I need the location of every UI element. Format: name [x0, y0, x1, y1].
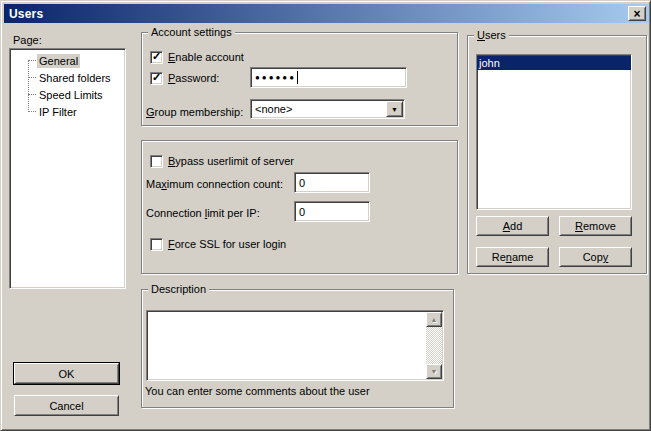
text-caret — [297, 71, 298, 84]
force-ssl-label: Force SSL for user login — [168, 238, 286, 250]
max-connection-count-label: Maximum connection count: — [146, 178, 283, 190]
add-button[interactable]: Add — [476, 216, 549, 236]
users-listbox[interactable]: john — [476, 54, 632, 210]
bypass-userlimit-label: Bypass userlimit of server — [168, 155, 294, 167]
tree-item-label: General — [37, 54, 80, 68]
users-group-title: Users — [474, 29, 509, 42]
dropdown-button[interactable]: ▼ — [386, 101, 403, 117]
users-group: Users john Add Remove Rename Copy — [467, 35, 647, 274]
password-input[interactable]: ●●●●●● — [250, 67, 407, 88]
cancel-button-label: Cancel — [49, 400, 83, 412]
group-membership-label: Group membership: — [146, 106, 243, 118]
enable-account-checkbox[interactable] — [150, 51, 163, 64]
tree-item-shared-folders[interactable]: Shared folders — [10, 69, 125, 86]
force-ssl-checkbox-row[interactable]: Force SSL for user login — [150, 237, 286, 251]
tree-item-speed-limits[interactable]: Speed Limits — [10, 86, 125, 103]
remove-button[interactable]: Remove — [559, 216, 632, 236]
scroll-down-button[interactable]: ▼ — [426, 364, 442, 379]
close-icon: × — [633, 9, 640, 19]
scroll-up-button[interactable]: ▲ — [426, 312, 442, 327]
enable-account-checkbox-row[interactable]: Enable account — [150, 50, 244, 64]
tree-item-label: Shared folders — [37, 71, 113, 85]
description-group-title: Description — [148, 283, 209, 296]
cancel-button[interactable]: Cancel — [14, 395, 119, 416]
account-settings-group-title: Account settings — [148, 26, 235, 39]
description-group: Description ▲ ▼ You can enter some comme… — [141, 289, 454, 408]
ok-button[interactable]: OK — [14, 363, 119, 384]
description-hint: You can enter some comments about the us… — [145, 385, 370, 397]
copy-button[interactable]: Copy — [559, 247, 632, 267]
description-textarea[interactable]: ▲ ▼ — [146, 310, 444, 381]
tree-item-label: IP Filter — [37, 105, 79, 119]
scroll-down-icon: ▼ — [431, 368, 438, 375]
password-checkbox[interactable] — [150, 72, 163, 85]
connection-limit-per-ip-label: Connection limit per IP: — [146, 207, 260, 219]
max-connection-count-input[interactable]: 0 — [294, 172, 370, 193]
rename-button[interactable]: Rename — [476, 247, 549, 267]
account-settings-group: Account settings Enable account Password… — [141, 32, 458, 126]
close-button[interactable]: × — [628, 6, 646, 21]
connection-limit-per-ip-value: 0 — [299, 206, 305, 218]
scrollbar-track[interactable] — [426, 327, 442, 364]
user-name: john — [479, 57, 500, 69]
users-dialog: Users × Page: General Shared folders Spe… — [0, 0, 651, 431]
group-membership-selected-value: <none> — [255, 103, 292, 115]
tree-item-ip-filter[interactable]: IP Filter — [10, 103, 125, 120]
bypass-userlimit-checkbox-row[interactable]: Bypass userlimit of server — [150, 154, 294, 168]
user-list-item[interactable]: john — [477, 56, 631, 70]
force-ssl-checkbox[interactable] — [150, 238, 163, 251]
connection-limits-group: Bypass userlimit of server Maximum conne… — [141, 140, 458, 274]
page-tree: General Shared folders Speed Limits IP F… — [9, 48, 126, 289]
window-title: Users — [9, 7, 43, 21]
enable-account-label: Enable account — [168, 51, 244, 63]
tree-item-label: Speed Limits — [37, 88, 105, 102]
connection-limit-per-ip-input[interactable]: 0 — [294, 201, 370, 222]
ok-button-label: OK — [59, 368, 75, 380]
password-label: Password: — [168, 72, 219, 84]
chevron-down-icon: ▼ — [391, 106, 398, 113]
scroll-up-icon: ▲ — [431, 316, 438, 323]
password-masked-value: ●●●●●● — [255, 71, 296, 84]
group-membership-dropdown[interactable]: <none> ▼ — [250, 99, 405, 119]
password-checkbox-row[interactable]: Password: — [150, 71, 219, 85]
bypass-userlimit-checkbox[interactable] — [150, 155, 163, 168]
title-bar[interactable]: Users — [4, 4, 649, 23]
tree-item-general[interactable]: General — [10, 52, 125, 69]
description-scrollbar[interactable]: ▲ ▼ — [426, 312, 442, 379]
page-label: Page: — [13, 34, 42, 46]
max-connection-count-value: 0 — [299, 177, 305, 189]
